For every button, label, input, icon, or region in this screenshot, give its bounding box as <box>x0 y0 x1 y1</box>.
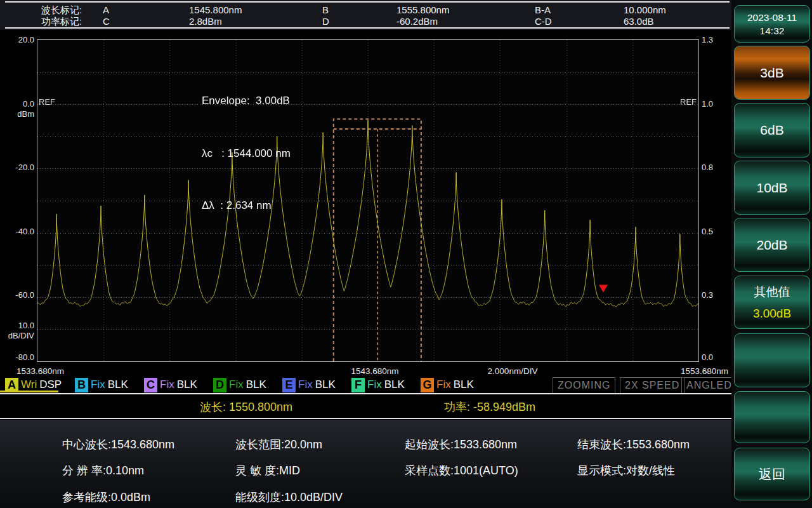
display-mode-setting: 显示模式:对数/线性 <box>577 463 675 478</box>
envelope-bandwidth: Envelope: 3.00dB <box>202 92 291 110</box>
x-axis-end: 1553.680nm <box>660 366 728 376</box>
stop-wavelength-setting: 结束波长:1553.680nm <box>577 437 690 452</box>
trace-f-selector[interactable]: F Fix BLK <box>351 377 405 392</box>
softkey-10db[interactable]: 10dB <box>734 161 810 215</box>
2x-speed-toggle[interactable]: 2X SPEED <box>620 377 684 394</box>
trace-b-selector[interactable]: B Fix BLK <box>75 377 128 392</box>
y-axis-scale-unit: dB/DIV <box>0 331 34 341</box>
marker-info-bar: 波长标记: A 1545.800nm B 1555.800nm B-A 10.0… <box>0 0 731 30</box>
trace-g-selector[interactable]: G Fix BLK <box>421 377 474 392</box>
trace-b-status: BLK <box>108 378 128 391</box>
softkey-blank-1[interactable] <box>734 333 810 387</box>
setting-value: 1533.680nm <box>454 438 517 451</box>
setting-value: 10.0dB/DIV <box>284 491 343 504</box>
marker-a-letter: A <box>103 4 109 15</box>
power-label: 功率: <box>444 401 470 413</box>
trace-f-status: BLK <box>384 378 405 391</box>
trace-g-badge[interactable]: G <box>421 378 434 392</box>
trace-c-selector[interactable]: C Fix BLK <box>144 377 197 392</box>
setting-label: 显示模式: <box>577 464 626 477</box>
softkey-6db[interactable]: 6dB <box>734 103 810 157</box>
trace-e-selector[interactable]: E Fix BLK <box>282 377 336 392</box>
zooming-toggle[interactable]: ZOOMING <box>553 377 615 394</box>
settings-panel: 中心波长:1543.680nm 波长范围:20.0nm 起始波长:1533.68… <box>0 420 731 508</box>
center-wavelength-setting: 中心波长:1543.680nm <box>62 437 174 452</box>
linear-axis-tick: 1.0 <box>702 99 731 109</box>
marker-d-letter: D <box>322 16 329 27</box>
separator-line <box>0 418 731 419</box>
marker-cd-value: 63.0dB <box>624 16 654 27</box>
softkey-sidebar: 2023-08-11 14:32 3dB 6dB 10dB 20dB 其他值 3… <box>731 0 812 508</box>
ref-level-label-right: REF <box>671 97 697 107</box>
trace-c-status: BLK <box>177 378 197 391</box>
trace-c-mode: Fix <box>160 378 174 391</box>
softkey-other-value[interactable]: 其他值 3.00dB <box>734 276 810 329</box>
setting-label: 能级刻度: <box>235 491 284 504</box>
y-axis-tick: -20.0 <box>0 163 34 173</box>
softkey-label: 6dB <box>760 123 783 138</box>
trace-a-mode: Wri <box>21 378 37 391</box>
topbar-top-line <box>5 1 730 3</box>
trace-f-mode: Fix <box>367 378 382 391</box>
setting-value: MID <box>279 464 300 477</box>
y-axis-tick: 0.0 <box>0 99 34 109</box>
softkey-label: 20dB <box>756 237 787 253</box>
marker-c-letter: C <box>103 16 110 27</box>
spectrum-canvas <box>37 39 699 362</box>
softkey-back[interactable]: 返回 <box>734 448 810 500</box>
wavelength-label: 波长: <box>200 401 226 413</box>
marker-d-value: -60.2dBm <box>396 16 438 27</box>
wavelength-span-setting: 波长范围:20.0nm <box>235 437 322 452</box>
trace-f-badge[interactable]: F <box>351 378 365 392</box>
marker-c-value: 2.8dBm <box>189 16 222 27</box>
setting-label: 波长范围: <box>235 438 284 451</box>
setting-label: 起始波长: <box>405 438 454 451</box>
ref-level-label-left: REF <box>39 97 55 107</box>
setting-label: 中心波长: <box>62 438 111 451</box>
setting-label: 结束波长: <box>577 438 626 451</box>
date-text: 2023-08-11 <box>747 11 797 24</box>
trace-b-mode: Fix <box>91 378 105 391</box>
cursor-power-readout: 功率: -58.949dBm <box>444 399 535 415</box>
level-scale-setting: 能级刻度:10.0dB/DIV <box>235 490 343 505</box>
trace-d-status: BLK <box>246 378 266 391</box>
wavelength-markers-label: 波长标记: <box>41 4 82 15</box>
softkey-blank-2[interactable] <box>734 391 810 443</box>
softkey-label: 3dB <box>760 65 783 81</box>
softkey-20db[interactable]: 20dB <box>734 218 810 272</box>
x-axis-per-div: 2.000nm/DIV <box>473 366 553 376</box>
y-axis-unit: dBm <box>0 109 34 119</box>
trace-e-status: BLK <box>315 378 336 391</box>
angled-toggle[interactable]: ANGLED <box>681 377 737 394</box>
active-trace-underline <box>0 391 58 392</box>
wavelength-value: 1550.800nm <box>229 401 292 413</box>
marker-cd-letter: C-D <box>535 16 552 27</box>
cursor-wavelength-readout: 波长: 1550.800nm <box>200 399 292 415</box>
marker-ba-value: 10.000nm <box>624 4 666 15</box>
trace-e-badge[interactable]: E <box>282 378 296 392</box>
trace-d-selector[interactable]: D Fix BLK <box>213 377 266 392</box>
envelope-measurement: Envelope: 3.00dB λc : 1544.000 nm Δλ : 2… <box>202 57 291 250</box>
trace-d-badge[interactable]: D <box>213 378 226 392</box>
setting-value: 20.0nm <box>284 438 322 451</box>
setting-value: 1001(AUTO) <box>454 464 518 477</box>
time-text: 14:32 <box>760 24 785 37</box>
trace-e-mode: Fix <box>298 378 313 391</box>
marker-a-value: 1545.800nm <box>189 4 242 15</box>
x-axis-start: 1533.680nm <box>16 366 64 376</box>
setting-label: 采样点数: <box>405 464 454 477</box>
trace-g-mode: Fix <box>436 378 451 391</box>
softkey-3db[interactable]: 3dB <box>734 46 810 100</box>
y-axis-tick: -60.0 <box>0 290 34 300</box>
linear-axis-tick: 0.5 <box>702 227 731 237</box>
trace-g-status: BLK <box>454 378 474 391</box>
topbar-bottom-line <box>5 27 730 29</box>
trace-b-badge[interactable]: B <box>75 378 88 392</box>
setting-label: 参考能级: <box>62 491 111 504</box>
y-axis-tick: -80.0 <box>0 352 34 363</box>
setting-value: 1553.680nm <box>626 438 690 451</box>
softkey-label: 返回 <box>759 465 785 483</box>
power-value: -58.949dBm <box>473 401 535 413</box>
marker-b-letter: B <box>322 4 329 15</box>
trace-c-badge[interactable]: C <box>144 378 157 392</box>
